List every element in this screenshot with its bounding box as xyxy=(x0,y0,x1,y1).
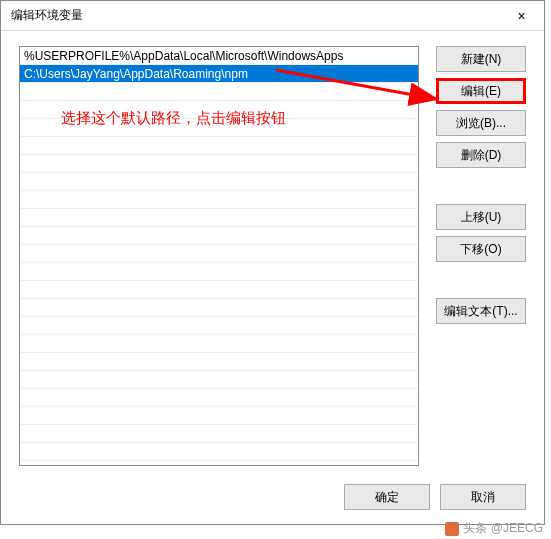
list-item-empty[interactable] xyxy=(20,137,418,155)
path-listbox[interactable]: %USERPROFILE%\AppData\Local\Microsoft\Wi… xyxy=(19,46,419,466)
list-item-empty[interactable] xyxy=(20,263,418,281)
delete-button[interactable]: 删除(D) xyxy=(436,142,526,168)
list-item-selected[interactable]: C:\Users\JayYang\AppData\Roaming\npm xyxy=(20,65,418,83)
spacer xyxy=(436,268,526,292)
dialog-content: %USERPROFILE%\AppData\Local\Microsoft\Wi… xyxy=(19,46,526,474)
list-item-empty[interactable] xyxy=(20,389,418,407)
list-item-empty[interactable] xyxy=(20,317,418,335)
env-var-dialog: 编辑环境变量 × %USERPROFILE%\AppData\Local\Mic… xyxy=(0,0,545,525)
close-icon: × xyxy=(517,8,525,24)
cancel-button[interactable]: 取消 xyxy=(440,484,526,510)
list-item-empty[interactable] xyxy=(20,245,418,263)
moveup-button[interactable]: 上移(U) xyxy=(436,204,526,230)
list-item-empty[interactable] xyxy=(20,425,418,443)
list-item-empty[interactable] xyxy=(20,353,418,371)
list-item-empty[interactable] xyxy=(20,335,418,353)
list-item-empty[interactable] xyxy=(20,281,418,299)
watermark: 头条 @JEECG xyxy=(445,520,543,537)
watermark-text: 头条 @JEECG xyxy=(463,520,543,537)
list-item[interactable]: %USERPROFILE%\AppData\Local\Microsoft\Wi… xyxy=(20,47,418,65)
list-item-empty[interactable] xyxy=(20,101,418,119)
list-item-empty[interactable] xyxy=(20,407,418,425)
list-item-empty[interactable] xyxy=(20,83,418,101)
spacer xyxy=(436,174,526,198)
list-item-empty[interactable] xyxy=(20,209,418,227)
titlebar: 编辑环境变量 × xyxy=(1,1,544,31)
list-item-empty[interactable] xyxy=(20,173,418,191)
list-item-empty[interactable] xyxy=(20,371,418,389)
list-item-empty[interactable] xyxy=(20,191,418,209)
button-column: 新建(N) 编辑(E) 浏览(B)... 删除(D) 上移(U) 下移(O) 编… xyxy=(436,46,526,324)
browse-button[interactable]: 浏览(B)... xyxy=(436,110,526,136)
ok-button[interactable]: 确定 xyxy=(344,484,430,510)
dialog-footer: 确定 取消 xyxy=(344,484,526,510)
list-item-empty[interactable] xyxy=(20,227,418,245)
list-item-empty[interactable] xyxy=(20,119,418,137)
edittext-button[interactable]: 编辑文本(T)... xyxy=(436,298,526,324)
list-item-empty[interactable] xyxy=(20,155,418,173)
watermark-logo-icon xyxy=(445,522,459,536)
empty-rows xyxy=(20,83,418,461)
edit-button[interactable]: 编辑(E) xyxy=(436,78,526,104)
list-item-empty[interactable] xyxy=(20,299,418,317)
list-item-empty[interactable] xyxy=(20,443,418,461)
dialog-title: 编辑环境变量 xyxy=(11,7,83,24)
movedown-button[interactable]: 下移(O) xyxy=(436,236,526,262)
new-button[interactable]: 新建(N) xyxy=(436,46,526,72)
close-button[interactable]: × xyxy=(499,1,544,31)
